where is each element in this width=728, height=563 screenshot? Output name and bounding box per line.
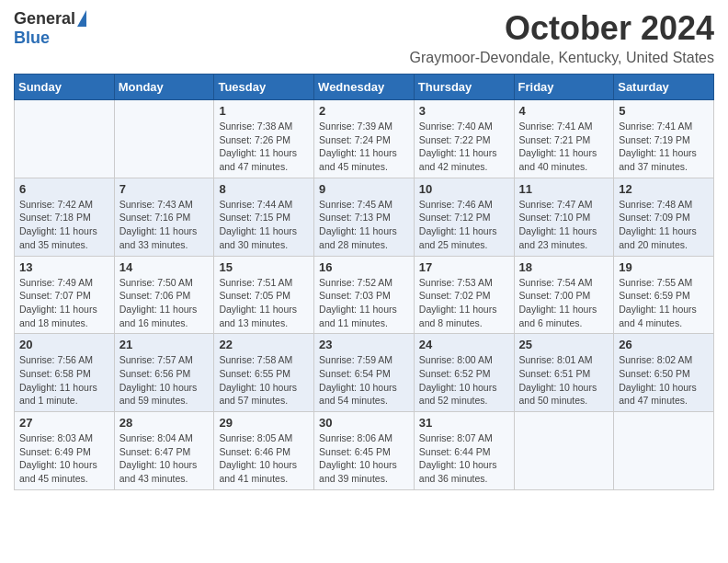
calendar-cell: 29Sunrise: 8:05 AM Sunset: 6:46 PM Dayli… bbox=[214, 412, 314, 490]
header: General Blue October 2024 Graymoor-Devon… bbox=[14, 9, 714, 66]
day-number: 10 bbox=[419, 182, 509, 196]
calendar-cell: 14Sunrise: 7:50 AM Sunset: 7:06 PM Dayli… bbox=[114, 256, 214, 334]
calendar-cell: 6Sunrise: 7:42 AM Sunset: 7:18 PM Daylig… bbox=[15, 178, 115, 256]
calendar-cell bbox=[614, 412, 714, 490]
calendar-cell: 9Sunrise: 7:45 AM Sunset: 7:13 PM Daylig… bbox=[314, 178, 415, 256]
calendar-cell: 21Sunrise: 7:57 AM Sunset: 6:56 PM Dayli… bbox=[114, 334, 214, 412]
calendar-cell: 2Sunrise: 7:39 AM Sunset: 7:24 PM Daylig… bbox=[314, 100, 415, 178]
weekday-header: Wednesday bbox=[314, 75, 415, 100]
day-info: Sunrise: 7:56 AM Sunset: 6:58 PM Dayligh… bbox=[19, 353, 109, 408]
calendar-cell: 30Sunrise: 8:06 AM Sunset: 6:45 PM Dayli… bbox=[314, 412, 415, 490]
day-info: Sunrise: 7:41 AM Sunset: 7:19 PM Dayligh… bbox=[619, 120, 709, 174]
calendar-cell bbox=[15, 100, 115, 178]
day-info: Sunrise: 7:51 AM Sunset: 7:05 PM Dayligh… bbox=[219, 276, 309, 330]
day-number: 6 bbox=[19, 182, 109, 196]
day-info: Sunrise: 7:53 AM Sunset: 7:02 PM Dayligh… bbox=[419, 276, 509, 330]
calendar-cell: 25Sunrise: 8:01 AM Sunset: 6:51 PM Dayli… bbox=[514, 334, 614, 412]
day-info: Sunrise: 7:59 AM Sunset: 6:54 PM Dayligh… bbox=[319, 353, 409, 408]
day-number: 11 bbox=[519, 182, 609, 196]
day-number: 18 bbox=[519, 260, 609, 274]
month-title: October 2024 bbox=[410, 9, 714, 48]
day-info: Sunrise: 7:49 AM Sunset: 7:07 PM Dayligh… bbox=[19, 276, 109, 330]
day-info: Sunrise: 7:55 AM Sunset: 6:59 PM Dayligh… bbox=[619, 276, 709, 330]
day-number: 23 bbox=[319, 338, 409, 351]
calendar-cell: 18Sunrise: 7:54 AM Sunset: 7:00 PM Dayli… bbox=[514, 256, 614, 334]
day-info: Sunrise: 8:02 AM Sunset: 6:50 PM Dayligh… bbox=[619, 353, 709, 408]
calendar-cell: 20Sunrise: 7:56 AM Sunset: 6:58 PM Dayli… bbox=[15, 334, 115, 412]
logo: General Blue bbox=[14, 9, 86, 48]
calendar-cell: 8Sunrise: 7:44 AM Sunset: 7:15 PM Daylig… bbox=[214, 178, 314, 256]
day-info: Sunrise: 8:07 AM Sunset: 6:44 PM Dayligh… bbox=[419, 431, 509, 486]
day-number: 24 bbox=[419, 338, 509, 351]
day-number: 12 bbox=[619, 182, 709, 196]
calendar-cell: 13Sunrise: 7:49 AM Sunset: 7:07 PM Dayli… bbox=[15, 256, 115, 334]
calendar-cell bbox=[114, 100, 214, 178]
logo-general-text: General bbox=[14, 9, 75, 29]
weekday-header: Monday bbox=[114, 75, 214, 100]
day-number: 4 bbox=[519, 104, 609, 118]
day-info: Sunrise: 8:00 AM Sunset: 6:52 PM Dayligh… bbox=[419, 353, 509, 408]
weekday-header: Friday bbox=[514, 75, 614, 100]
day-info: Sunrise: 8:03 AM Sunset: 6:49 PM Dayligh… bbox=[19, 431, 109, 486]
day-info: Sunrise: 7:47 AM Sunset: 7:10 PM Dayligh… bbox=[519, 198, 609, 252]
logo-blue-text: Blue bbox=[14, 29, 50, 48]
day-info: Sunrise: 7:44 AM Sunset: 7:15 PM Dayligh… bbox=[219, 198, 309, 252]
day-number: 29 bbox=[219, 416, 309, 430]
day-info: Sunrise: 7:38 AM Sunset: 7:26 PM Dayligh… bbox=[219, 120, 309, 174]
calendar-cell: 5Sunrise: 7:41 AM Sunset: 7:19 PM Daylig… bbox=[614, 100, 714, 178]
calendar-cell: 15Sunrise: 7:51 AM Sunset: 7:05 PM Dayli… bbox=[214, 256, 314, 334]
day-info: Sunrise: 8:05 AM Sunset: 6:46 PM Dayligh… bbox=[219, 431, 309, 486]
calendar-cell: 23Sunrise: 7:59 AM Sunset: 6:54 PM Dayli… bbox=[314, 334, 415, 412]
day-number: 8 bbox=[219, 182, 309, 196]
day-number: 7 bbox=[119, 182, 210, 196]
calendar-cell: 11Sunrise: 7:47 AM Sunset: 7:10 PM Dayli… bbox=[514, 178, 614, 256]
calendar-cell: 3Sunrise: 7:40 AM Sunset: 7:22 PM Daylig… bbox=[414, 100, 514, 178]
calendar-cell: 4Sunrise: 7:41 AM Sunset: 7:21 PM Daylig… bbox=[514, 100, 614, 178]
day-info: Sunrise: 7:40 AM Sunset: 7:22 PM Dayligh… bbox=[419, 120, 509, 174]
calendar-cell: 10Sunrise: 7:46 AM Sunset: 7:12 PM Dayli… bbox=[414, 178, 514, 256]
logo-triangle-icon bbox=[77, 10, 86, 27]
calendar-cell: 7Sunrise: 7:43 AM Sunset: 7:16 PM Daylig… bbox=[114, 178, 214, 256]
calendar-week-row: 20Sunrise: 7:56 AM Sunset: 6:58 PM Dayli… bbox=[15, 334, 714, 412]
day-info: Sunrise: 7:46 AM Sunset: 7:12 PM Dayligh… bbox=[419, 198, 509, 252]
day-number: 20 bbox=[19, 338, 109, 351]
day-number: 14 bbox=[119, 260, 210, 274]
calendar-cell: 24Sunrise: 8:00 AM Sunset: 6:52 PM Dayli… bbox=[414, 334, 514, 412]
day-info: Sunrise: 7:50 AM Sunset: 7:06 PM Dayligh… bbox=[119, 276, 210, 330]
day-number: 3 bbox=[419, 104, 509, 118]
calendar-cell: 26Sunrise: 8:02 AM Sunset: 6:50 PM Dayli… bbox=[614, 334, 714, 412]
calendar-cell: 17Sunrise: 7:53 AM Sunset: 7:02 PM Dayli… bbox=[414, 256, 514, 334]
day-info: Sunrise: 7:45 AM Sunset: 7:13 PM Dayligh… bbox=[319, 198, 409, 252]
day-number: 21 bbox=[119, 338, 210, 351]
day-info: Sunrise: 8:01 AM Sunset: 6:51 PM Dayligh… bbox=[519, 353, 609, 408]
calendar-cell: 27Sunrise: 8:03 AM Sunset: 6:49 PM Dayli… bbox=[15, 412, 115, 490]
day-number: 15 bbox=[219, 260, 309, 274]
day-info: Sunrise: 7:52 AM Sunset: 7:03 PM Dayligh… bbox=[319, 276, 409, 330]
day-info: Sunrise: 7:42 AM Sunset: 7:18 PM Dayligh… bbox=[19, 198, 109, 252]
calendar-week-row: 1Sunrise: 7:38 AM Sunset: 7:26 PM Daylig… bbox=[15, 100, 714, 178]
day-info: Sunrise: 7:58 AM Sunset: 6:55 PM Dayligh… bbox=[219, 353, 309, 408]
day-number: 17 bbox=[419, 260, 509, 274]
day-number: 13 bbox=[19, 260, 109, 274]
weekday-header: Sunday bbox=[15, 75, 115, 100]
day-number: 2 bbox=[319, 104, 409, 118]
day-number: 26 bbox=[619, 338, 709, 351]
day-info: Sunrise: 7:48 AM Sunset: 7:09 PM Dayligh… bbox=[619, 198, 709, 252]
calendar-cell: 16Sunrise: 7:52 AM Sunset: 7:03 PM Dayli… bbox=[314, 256, 415, 334]
day-info: Sunrise: 7:43 AM Sunset: 7:16 PM Dayligh… bbox=[119, 198, 210, 252]
day-number: 31 bbox=[419, 416, 509, 430]
day-number: 9 bbox=[319, 182, 409, 196]
calendar-cell: 22Sunrise: 7:58 AM Sunset: 6:55 PM Dayli… bbox=[214, 334, 314, 412]
calendar-cell: 31Sunrise: 8:07 AM Sunset: 6:44 PM Dayli… bbox=[414, 412, 514, 490]
calendar-cell: 19Sunrise: 7:55 AM Sunset: 6:59 PM Dayli… bbox=[614, 256, 714, 334]
calendar-cell: 12Sunrise: 7:48 AM Sunset: 7:09 PM Dayli… bbox=[614, 178, 714, 256]
day-number: 1 bbox=[219, 104, 309, 118]
weekday-header: Tuesday bbox=[214, 75, 314, 100]
day-number: 19 bbox=[619, 260, 709, 274]
day-info: Sunrise: 7:41 AM Sunset: 7:21 PM Dayligh… bbox=[519, 120, 609, 174]
calendar-cell: 28Sunrise: 8:04 AM Sunset: 6:47 PM Dayli… bbox=[114, 412, 214, 490]
day-number: 25 bbox=[519, 338, 609, 351]
day-number: 22 bbox=[219, 338, 309, 351]
calendar-week-row: 6Sunrise: 7:42 AM Sunset: 7:18 PM Daylig… bbox=[15, 178, 714, 256]
location-title: Graymoor-Devondale, Kentucky, United Sta… bbox=[410, 50, 714, 66]
